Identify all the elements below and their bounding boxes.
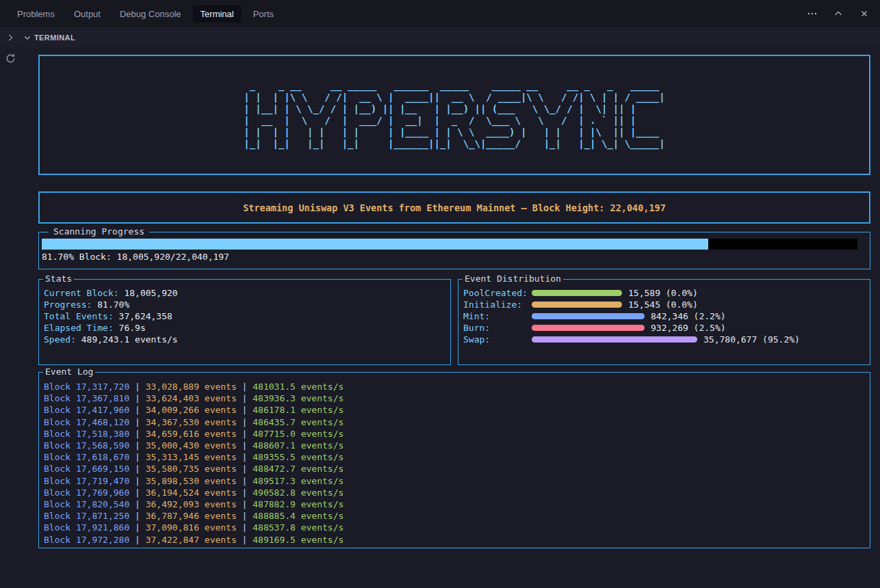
- stat-label: Progress:: [44, 299, 92, 310]
- log-block: Block 17,367,810: [44, 393, 129, 403]
- log-separator: |: [129, 452, 145, 462]
- log-block: Block 17,719,470: [44, 476, 129, 486]
- log-separator: |: [129, 393, 145, 403]
- distribution-value: 15,589 (0.0%): [628, 288, 698, 298]
- log-events: 33,624,403 events: [146, 393, 237, 403]
- event-log-row: Block 17,618,670 | 35,313,145 events | 4…: [44, 451, 863, 463]
- log-separator: |: [129, 522, 145, 533]
- stat-value: 489,243.1 events/s: [76, 334, 178, 345]
- more-actions-icon[interactable]: [806, 8, 818, 20]
- log-separator: |: [129, 440, 145, 451]
- log-block: Block 17,820,540: [44, 499, 129, 509]
- expand-chevron-icon[interactable]: [5, 33, 16, 42]
- distribution-label: Mint:: [463, 311, 532, 321]
- log-block: Block 17,568,590: [44, 440, 129, 451]
- distribution-row: Mint: 842,346 (2.2%): [463, 310, 863, 322]
- maximize-panel-icon[interactable]: [832, 8, 844, 20]
- log-events: 36,492,093 events: [146, 499, 237, 509]
- distribution-label: Burn:: [463, 323, 532, 333]
- log-separator: |: [237, 405, 253, 415]
- event-log-row: Block 17,417,960 | 34,009,266 events | 4…: [44, 404, 863, 416]
- event-log-row: Block 17,317,720 | 33,028,889 events | 4…: [44, 381, 863, 392]
- event-log-row: Block 17,468,120 | 34,367,530 events | 4…: [44, 416, 863, 428]
- stat-row: Speed: 489,243.1 events/s: [44, 334, 443, 345]
- event-log-row: Block 17,921,860 | 37,090,816 events | 4…: [44, 522, 863, 533]
- stat-value: 81.70%: [92, 299, 129, 310]
- log-separator: |: [129, 464, 145, 474]
- log-events: 36,787,946 events: [146, 511, 237, 521]
- log-events: 34,659,616 events: [146, 429, 237, 439]
- log-speed: 487715.0 events/s: [253, 429, 344, 439]
- close-panel-icon[interactable]: [858, 8, 870, 20]
- log-speed: 489517.3 events/s: [253, 476, 344, 486]
- log-speed: 488537.8 events/s: [253, 522, 344, 533]
- panel-actions: [806, 8, 870, 20]
- log-events: 35,580,735 events: [146, 464, 237, 474]
- progress-label: 81.70% Block: 18,005,920/22,040,197: [42, 252, 857, 262]
- log-block: Block 17,972,280: [44, 535, 129, 545]
- log-speed: 481031.5 events/s: [253, 382, 344, 392]
- distribution-bar: [532, 336, 697, 343]
- event-log-row: Block 17,518,380 | 34,659,616 events | 4…: [44, 428, 863, 440]
- panel-tab-problems[interactable]: Problems: [10, 5, 62, 23]
- log-separator: |: [129, 499, 145, 509]
- event-log-row: Block 17,972,280 | 37,422,847 events | 4…: [44, 534, 863, 546]
- log-separator: |: [237, 535, 253, 545]
- log-speed: 486435.7 events/s: [253, 417, 344, 427]
- log-separator: |: [237, 440, 253, 451]
- log-separator: |: [237, 511, 253, 521]
- terminal-section-header: TERMINAL: [0, 27, 880, 47]
- panel-tab-ports[interactable]: Ports: [246, 5, 281, 23]
- distribution-bar: [532, 290, 622, 296]
- panel-tab-debug-console[interactable]: Debug Console: [112, 5, 189, 23]
- stat-row: Elapsed Time: 76.9s: [44, 322, 443, 334]
- distribution-rows: PoolCreated: 15,589 (0.0%) Initialize: 1…: [463, 287, 863, 345]
- log-events: 33,028,889 events: [146, 382, 237, 392]
- log-speed: 488885.4 events/s: [253, 511, 344, 521]
- chevron-down-icon: [23, 34, 31, 42]
- log-separator: |: [237, 393, 253, 403]
- stats-box: Stats Current Block: 18,005,920Progress:…: [38, 279, 451, 365]
- panel-body: _ _ __ __ _____ ______ _____ _____ __ __…: [0, 47, 880, 588]
- log-separator: |: [237, 476, 253, 486]
- event-log-rows: Block 17,317,720 | 33,028,889 events | 4…: [44, 381, 863, 546]
- stat-value: 76.9s: [114, 323, 146, 333]
- log-speed: 488472.7 events/s: [253, 464, 344, 474]
- log-speed: 489169.5 events/s: [253, 535, 344, 545]
- progress-box-title: Scanning Progress: [49, 226, 149, 237]
- log-events: 37,090,816 events: [146, 522, 237, 533]
- log-separator: |: [237, 464, 253, 474]
- log-speed: 489355.5 events/s: [253, 452, 344, 462]
- distribution-value: 15,545 (0.0%): [628, 299, 698, 310]
- log-separator: |: [237, 522, 253, 533]
- terminal-collapse-toggle[interactable]: TERMINAL: [23, 34, 75, 42]
- log-block: Block 17,618,670: [44, 452, 129, 462]
- log-separator: |: [129, 417, 145, 427]
- stats-and-distribution-row: Stats Current Block: 18,005,920Progress:…: [38, 279, 870, 365]
- log-block: Block 17,921,860: [44, 522, 129, 533]
- distribution-box-title: Event Distribution: [463, 273, 563, 284]
- distribution-value: 35,780,677 (95.2%): [703, 334, 800, 345]
- stats-box-title: Stats: [43, 273, 74, 284]
- log-speed: 490582.8 events/s: [253, 487, 344, 498]
- event-log-row: Block 17,367,810 | 33,624,403 events | 4…: [44, 392, 863, 404]
- sync-icon[interactable]: [5, 53, 16, 66]
- stat-value: 37,624,358: [114, 311, 172, 321]
- panel-tab-output[interactable]: Output: [66, 5, 108, 23]
- log-speed: 488607.1 events/s: [253, 440, 344, 451]
- stat-label: Speed:: [44, 334, 76, 345]
- log-block: Block 17,669,150: [44, 464, 129, 474]
- event-log-row: Block 17,669,150 | 35,580,735 events | 4…: [44, 463, 863, 475]
- log-events: 35,313,145 events: [146, 452, 237, 462]
- event-log-box-title: Event Log: [43, 366, 95, 377]
- log-events: 35,898,530 events: [146, 476, 237, 486]
- distribution-value: 842,346 (2.2%): [651, 311, 726, 321]
- panel-tab-bar: ProblemsOutputDebug ConsoleTerminalPorts: [0, 0, 880, 27]
- panel-tab-terminal[interactable]: Terminal: [193, 5, 242, 23]
- log-separator: |: [237, 452, 253, 462]
- progress-bar-fill: [42, 239, 708, 250]
- stat-row: Progress: 81.70%: [44, 299, 443, 310]
- stat-row: Current Block: 18,005,920: [44, 287, 443, 299]
- log-separator: |: [129, 487, 145, 498]
- event-log-box: Event Log Block 17,317,720 | 33,028,889 …: [38, 372, 870, 548]
